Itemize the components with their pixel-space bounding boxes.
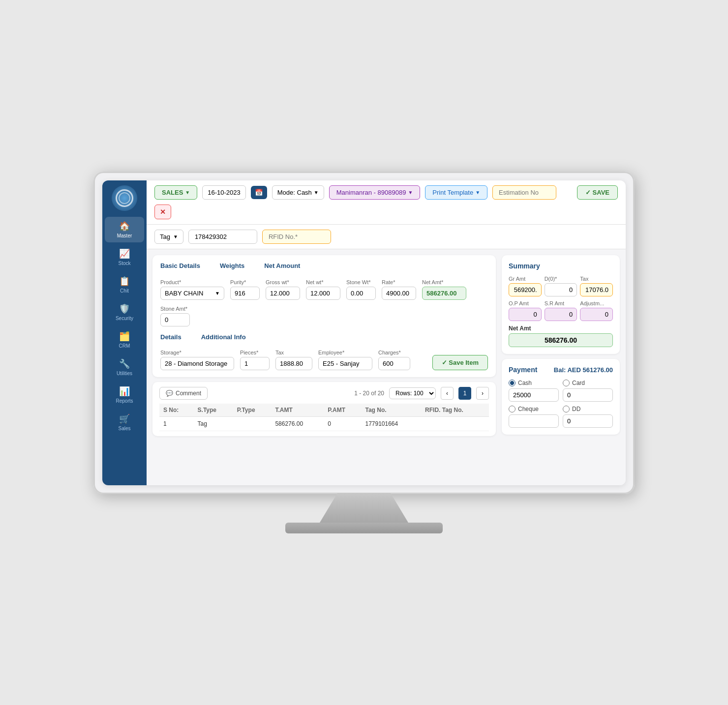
dd-input[interactable] [563, 414, 613, 428]
purity-input[interactable] [230, 287, 260, 300]
cell-p-type [233, 417, 272, 431]
gross-wt-label: Gross wt* [266, 279, 300, 285]
net-amt-input[interactable] [422, 287, 466, 300]
date-picker[interactable]: 16-10-2023 [202, 185, 246, 200]
payment-options: Cash Card [509, 380, 613, 428]
app-logo [112, 185, 137, 211]
close-button[interactable]: ✕ [154, 205, 171, 219]
net-wt-group: Net wt* [306, 279, 340, 300]
customer-button[interactable]: Manimanran - 89089089 ▼ [329, 185, 421, 200]
monitor-wrapper: 🏠 Master 📈 Stock 📋 Chit 🛡️ Security 🗂️ [93, 172, 635, 533]
rate-input[interactable] [382, 287, 416, 300]
tag-row: Tag ▼ [147, 225, 626, 249]
card-radio-label[interactable]: Card [563, 380, 613, 386]
stone-wt-label: Stone Wt* [346, 279, 376, 285]
cash-radio[interactable] [509, 380, 516, 386]
card-radio[interactable] [563, 380, 570, 386]
product-select[interactable]: BABY CHAIN ▼ [160, 287, 224, 300]
adjustment-label: Adjustm... [580, 300, 613, 306]
dd-radio-label[interactable]: DD [563, 406, 613, 412]
sidebar-item-stock[interactable]: 📈 Stock [105, 244, 144, 270]
storage-select[interactable]: 28 - Diamond Storage [160, 357, 234, 370]
monitor-stand [320, 493, 408, 523]
rows-per-page-select[interactable]: Rows: 100 [389, 387, 436, 399]
summary-title: Summary [509, 262, 613, 270]
cheque-radio[interactable] [509, 406, 516, 412]
estimation-no-input[interactable] [492, 185, 556, 200]
sidebar-item-reports[interactable]: 📊 Reports [105, 382, 144, 408]
cheque-input[interactable] [509, 414, 559, 428]
sales-button[interactable]: SALES ▼ [154, 185, 197, 200]
print-template-button[interactable]: Print Template ▼ [425, 185, 487, 200]
customer-chevron-icon: ▼ [408, 190, 413, 195]
cheque-radio-label[interactable]: Cheque [509, 406, 559, 412]
current-page-button[interactable]: 1 [458, 387, 471, 400]
next-page-button[interactable]: › [476, 387, 489, 400]
net-amt-summary-group: Net Amt 586276.00 [509, 325, 613, 347]
net-amt-summary-label: Net Amt [509, 325, 613, 332]
cash-label: Cash [518, 380, 532, 386]
calendar-button[interactable]: 📅 [251, 186, 267, 199]
date-value: 16-10-2023 [208, 189, 241, 196]
product-chevron-icon: ▼ [215, 291, 220, 296]
sidebar-label-crm: CRM [119, 343, 130, 349]
calendar-icon: 📅 [255, 189, 263, 196]
dd-radio[interactable] [563, 406, 570, 412]
net-amount-title: Net Amount [264, 262, 300, 269]
charges-input[interactable] [378, 357, 410, 370]
left-panel: Basic Details Weights Net Amount Product… [152, 255, 496, 479]
sidebar-item-sales[interactable]: 🛒 Sales [105, 410, 144, 435]
employee-input[interactable] [318, 357, 372, 370]
cell-tag-no: 1779101664 [361, 417, 421, 431]
save-item-button[interactable]: ✓ Save Item [432, 355, 488, 370]
master-icon: 🏠 [119, 221, 130, 232]
tag-select-label: Tag [160, 233, 170, 240]
tag-type-select[interactable]: Tag ▼ [154, 230, 183, 244]
net-amt-summary-value: 586276.00 [509, 333, 613, 347]
prev-icon: ‹ [446, 390, 448, 397]
stone-amt-input[interactable] [160, 313, 190, 326]
adjustment-value: 0 [580, 308, 613, 321]
gross-wt-input[interactable] [266, 287, 300, 300]
stone-amt-group: Stone Amt* [160, 306, 190, 326]
gr-amt-label: Gr Amt [509, 276, 542, 282]
next-icon: › [482, 390, 484, 397]
cheque-label: Cheque [518, 406, 539, 412]
cheque-option: Cheque [509, 406, 559, 428]
rfid-input[interactable] [262, 230, 331, 244]
card-input[interactable] [563, 388, 613, 402]
print-template-label: Print Template [432, 189, 473, 196]
rate-label: Rate* [382, 279, 416, 285]
col-tag-no: Tag No. [361, 404, 421, 417]
comment-button[interactable]: 💬 Comment [159, 387, 208, 400]
sidebar-item-crm[interactable]: 🗂️ CRM [105, 327, 144, 352]
prev-page-button[interactable]: ‹ [441, 387, 454, 400]
mode-label: Mode: Cash [277, 189, 312, 196]
charges-group: Charges* [378, 350, 410, 370]
cash-input[interactable] [509, 388, 559, 402]
stone-wt-input[interactable] [346, 287, 376, 300]
net-wt-input[interactable] [306, 287, 340, 300]
utilities-icon: 🔧 [119, 358, 130, 369]
sr-amt-label: S.R Amt [545, 300, 577, 306]
cell-s-type: Tag [194, 417, 233, 431]
sidebar-item-utilities[interactable]: 🔧 Utilities [105, 354, 144, 380]
sidebar-item-security[interactable]: 🛡️ Security [105, 299, 144, 325]
mode-selector[interactable]: Mode: Cash ▼ [272, 185, 324, 200]
tax-input[interactable] [275, 357, 312, 370]
payment-card: Payment Bal: AED 561276.00 Cash [502, 359, 620, 435]
storage-label: Storage* [160, 350, 234, 355]
product-group: Product* BABY CHAIN ▼ [160, 279, 224, 300]
sidebar-item-master[interactable]: 🏠 Master [105, 217, 144, 242]
current-page: 1 [463, 390, 467, 397]
employee-group: Employee* [318, 350, 372, 370]
sidebar-item-chit[interactable]: 📋 Chit [105, 272, 144, 297]
tag-number-input[interactable] [188, 230, 257, 244]
pieces-input[interactable] [240, 357, 270, 370]
save-button[interactable]: ✓ SAVE [577, 185, 618, 200]
print-chevron-icon: ▼ [475, 190, 480, 195]
cash-radio-label[interactable]: Cash [509, 380, 559, 386]
pieces-group: Pieces* [240, 350, 270, 370]
sr-amt-value: 0 [545, 308, 577, 321]
table-toolbar: 💬 Comment 1 - 20 of 20 Rows: 100 ‹ [159, 387, 489, 400]
